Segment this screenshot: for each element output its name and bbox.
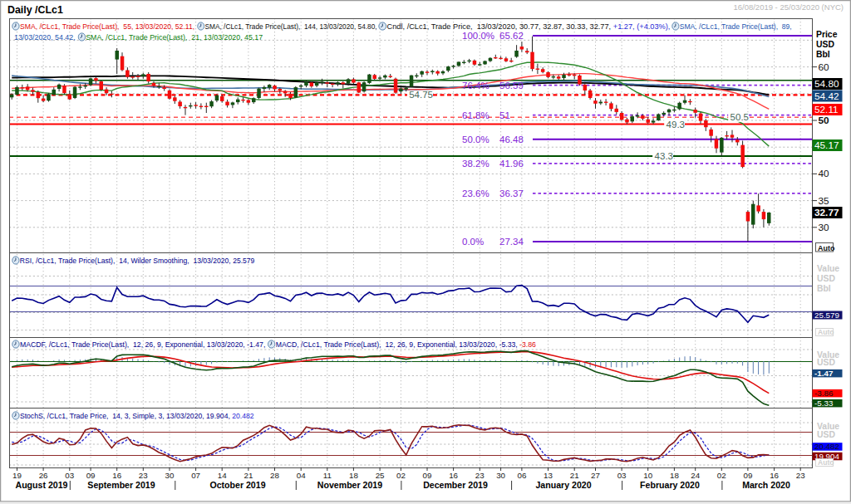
svg-text:50.0%: 50.0% [462, 135, 489, 144]
svg-text:03: 03 [65, 471, 74, 480]
svg-text:October 2019: October 2019 [209, 480, 265, 490]
svg-text:23: 23 [796, 471, 805, 480]
svg-text:USD: USD [817, 358, 835, 367]
svg-text:16: 16 [449, 471, 458, 480]
svg-text:45.17: 45.17 [814, 139, 839, 151]
svg-text:USD: USD [817, 274, 835, 283]
svg-text:11: 11 [323, 471, 332, 480]
svg-text:09: 09 [86, 471, 96, 480]
svg-text:November 2019: November 2019 [317, 480, 382, 490]
svg-text:-5.33: -5.33 [814, 399, 834, 408]
svg-text:March 2020: March 2020 [742, 480, 790, 490]
svg-text:36.37: 36.37 [499, 188, 524, 198]
svg-text:21: 21 [243, 471, 253, 480]
svg-text:February 2020: February 2020 [640, 480, 700, 490]
svg-text:35: 35 [819, 195, 830, 207]
svg-text:23: 23 [139, 471, 148, 480]
svg-text:Value: Value [817, 264, 839, 273]
svg-text:August 2019: August 2019 [16, 480, 68, 490]
svg-text:49.3: 49.3 [667, 120, 685, 130]
svg-text:60: 60 [819, 61, 830, 73]
svg-text:41.96: 41.96 [499, 159, 524, 169]
svg-text:38.2%: 38.2% [462, 159, 489, 169]
svg-text:21: 21 [570, 471, 579, 480]
svg-text:25.579: 25.579 [814, 311, 839, 320]
svg-text:09: 09 [743, 471, 752, 480]
svg-text:Auto: Auto [818, 244, 835, 252]
svg-text:16: 16 [770, 471, 779, 480]
svg-text:56.59: 56.59 [499, 81, 524, 91]
svg-text:54.80: 54.80 [814, 78, 839, 90]
svg-text:10: 10 [643, 471, 652, 480]
svg-text:14: 14 [218, 471, 227, 480]
svg-text:02: 02 [396, 471, 406, 480]
svg-text:30: 30 [819, 222, 830, 233]
svg-text:18: 18 [349, 471, 358, 480]
svg-text:27.34: 27.34 [499, 237, 524, 247]
svg-text:28: 28 [270, 471, 279, 480]
svg-text:16/08/2019 - 25/03/2020 (NYC): 16/08/2019 - 25/03/2020 (NYC) [733, 2, 844, 12]
svg-text:46.48: 46.48 [499, 135, 524, 144]
svg-text:18: 18 [670, 471, 679, 480]
svg-text:54.75: 54.75 [409, 90, 433, 100]
svg-text:23: 23 [475, 471, 485, 480]
svg-text:43.3: 43.3 [655, 151, 673, 161]
svg-text:Bbl: Bbl [817, 284, 831, 293]
svg-text:52.11: 52.11 [814, 104, 839, 115]
svg-text:07: 07 [191, 471, 200, 480]
svg-text:Price: Price [816, 30, 838, 39]
svg-text:USD: USD [817, 430, 835, 439]
svg-text:61.8%: 61.8% [462, 110, 489, 120]
svg-text:02: 02 [717, 471, 726, 480]
svg-text:24: 24 [691, 471, 700, 480]
svg-text:06: 06 [517, 471, 526, 480]
svg-text:19: 19 [12, 471, 22, 480]
svg-text:27: 27 [591, 471, 600, 480]
svg-text:23.6%: 23.6% [462, 188, 489, 198]
svg-text:32.77: 32.77 [814, 207, 839, 218]
svg-text:50: 50 [819, 115, 830, 126]
svg-text:30: 30 [496, 471, 505, 480]
svg-text:04: 04 [297, 471, 306, 480]
svg-text:USD: USD [816, 40, 834, 49]
svg-text:54.42: 54.42 [814, 91, 839, 102]
svg-text:26: 26 [39, 471, 48, 480]
svg-text:Bbl: Bbl [816, 50, 830, 59]
svg-text:September 2019: September 2019 [87, 480, 155, 490]
svg-text:Daily /CLc1: Daily /CLc1 [7, 4, 63, 16]
svg-text:03: 03 [617, 471, 627, 480]
svg-text:16: 16 [112, 471, 121, 480]
svg-text:40: 40 [819, 168, 830, 179]
svg-text:-3.86: -3.86 [814, 389, 834, 398]
svg-text:13: 13 [544, 471, 553, 480]
svg-text:25: 25 [376, 471, 385, 480]
svg-text:Value: Value [817, 422, 839, 431]
svg-text:Auto: Auto [818, 328, 834, 336]
svg-text:76.4%: 76.4% [462, 81, 489, 91]
svg-text:50.5: 50.5 [730, 112, 749, 122]
svg-text:51: 51 [499, 110, 510, 120]
svg-text:0.0%: 0.0% [462, 237, 484, 247]
svg-text:09: 09 [423, 471, 432, 480]
svg-text:100.0%: 100.0% [462, 31, 494, 41]
svg-text:January 2020: January 2020 [535, 480, 591, 490]
svg-text:20.482: 20.482 [814, 442, 839, 451]
svg-text:December 2019: December 2019 [423, 480, 488, 490]
svg-text:-1.47: -1.47 [814, 369, 834, 378]
svg-text:30: 30 [165, 471, 175, 480]
svg-text:65.62: 65.62 [499, 31, 524, 41]
svg-text:Auto: Auto [818, 458, 834, 467]
